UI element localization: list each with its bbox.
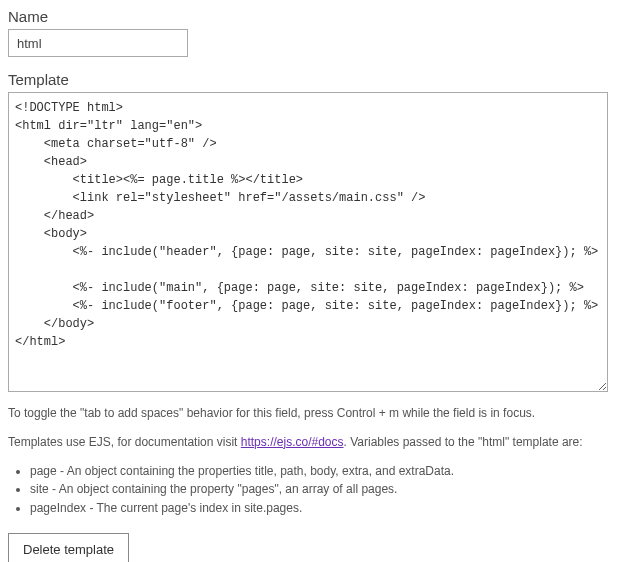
- template-label: Template: [8, 71, 612, 88]
- template-textarea[interactable]: <!DOCTYPE html> <html dir="ltr" lang="en…: [8, 92, 608, 392]
- tab-toggle-help: To toggle the "tab to add spaces" behavi…: [8, 405, 612, 422]
- ejs-help: Templates use EJS, for documentation vis…: [8, 434, 612, 451]
- ejs-help-suffix: . Variables passed to the "html" templat…: [344, 435, 583, 449]
- ejs-help-prefix: Templates use EJS, for documentation vis…: [8, 435, 241, 449]
- list-item: page - An object containing the properti…: [30, 463, 612, 480]
- variables-list: page - An object containing the properti…: [8, 463, 612, 517]
- delete-template-button[interactable]: Delete template: [8, 533, 129, 562]
- ejs-docs-link[interactable]: https://ejs.co/#docs: [241, 435, 344, 449]
- name-input[interactable]: [8, 29, 188, 57]
- list-item: pageIndex - The current page's index in …: [30, 500, 612, 517]
- list-item: site - An object containing the property…: [30, 481, 612, 498]
- name-label: Name: [8, 8, 612, 25]
